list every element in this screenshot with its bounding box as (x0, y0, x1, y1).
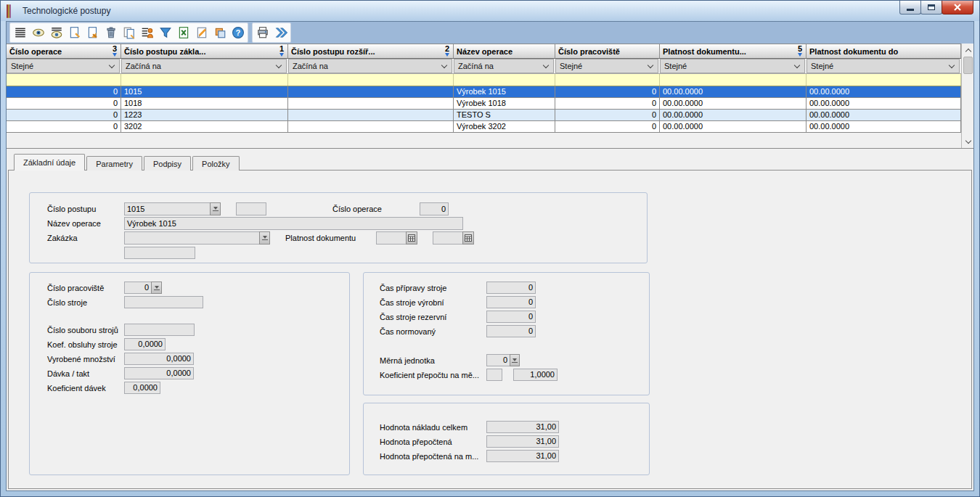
koeficient-prepoctu-field-2[interactable]: 1,0000 (513, 369, 558, 381)
hodnota-prepoctena-field[interactable]: 31,00 (486, 435, 559, 448)
duplicate-button[interactable] (211, 24, 229, 42)
zakazka-lookup-button[interactable] (259, 231, 270, 245)
grid-cell: Výrobek 3202 (454, 121, 555, 132)
filter-select-platnost-dokumentu-do[interactable]: Stejné (807, 59, 961, 73)
grid-row-2[interactable]: 0 1223 TESTO S 0 00.00.0000 00.00.0000 (7, 110, 961, 121)
grid-row-3[interactable]: 0 3202 Výrobek 3202 0 00.00.0000 00.00.0… (7, 121, 961, 133)
column-header-cislo-postupu-rozsireny[interactable]: Číslo postupu rozšíř...2 (288, 44, 454, 58)
scroll-down-button[interactable] (962, 136, 974, 148)
hodnota-nakladu-celkem-field[interactable]: 31,00 (486, 421, 559, 433)
zakazka-field[interactable] (124, 231, 260, 245)
platnost-od-field[interactable] (376, 231, 407, 245)
view-button[interactable] (29, 24, 47, 42)
column-label: Číslo operace (9, 47, 62, 56)
grid-cell (288, 86, 454, 97)
group-times: Čas přípravy stroje 0 Čas stroje výrobní… (363, 272, 650, 395)
koef-obsluhy-stroje-field[interactable]: 0,0000 (124, 338, 166, 350)
notes-button[interactable] (192, 24, 211, 42)
filter-button[interactable] (156, 24, 174, 42)
scroll-track[interactable] (962, 75, 974, 136)
close-button[interactable] (942, 1, 973, 15)
cas-stroje-rezervni-field[interactable]: 0 (486, 311, 536, 323)
cislo-postupu-lookup-button[interactable] (210, 202, 221, 215)
hodnota-prepoctena-na-mj-field[interactable]: 31,00 (486, 450, 559, 462)
scroll-thumb[interactable] (963, 57, 973, 74)
filter-select-cislo-postupu-rozsireny[interactable]: Začíná na (288, 59, 454, 73)
filter-input-platnost-dokumentu-do[interactable] (807, 74, 961, 86)
filter-select-cislo-postupu-zakladni[interactable]: Začíná na (121, 59, 288, 73)
cislo-pracoviste-lookup-button[interactable] (151, 282, 162, 294)
cas-pripravy-stroje-field[interactable]: 0 (486, 282, 536, 294)
grid-cell: Výrobek 1018 (454, 98, 555, 109)
vyrobene-mnozstvi-field[interactable]: 0,0000 (124, 353, 194, 365)
print-button[interactable] (253, 24, 271, 42)
platnost-do-field[interactable] (433, 231, 463, 245)
filter-input-cislo-pracoviste[interactable] (555, 74, 660, 86)
grid-row-1[interactable]: 0 1018 Výrobek 1018 0 00.00.0000 00.00.0… (7, 98, 961, 110)
maximize-button[interactable] (920, 1, 942, 15)
new-record-button[interactable] (65, 24, 83, 42)
minimize-button[interactable] (899, 1, 921, 15)
merna-jednotka-field[interactable]: 0 (486, 354, 510, 366)
zakazka-line2-field[interactable] (124, 247, 195, 259)
filter-input-platnost-dokumentu-od[interactable] (660, 74, 807, 86)
cas-stroje-vyrobni-field[interactable]: 0 (486, 296, 536, 308)
grid-row-0[interactable]: 0 1015 Výrobek 1015 0 00.00.0000 00.00.0… (7, 86, 961, 98)
delete-record-button[interactable] (102, 24, 120, 42)
column-header-cislo-postupu-zakladni[interactable]: Číslo postupu zákla...1 (121, 44, 288, 58)
column-label: Číslo postupu rozšíř... (291, 47, 375, 56)
koeficient-davek-field[interactable]: 0,0000 (124, 382, 160, 394)
merna-jednotka-lookup-button[interactable] (510, 354, 520, 366)
tab-polozky[interactable]: Položky (192, 156, 240, 171)
filter-select-cislo-operace[interactable]: Stejné (7, 59, 121, 73)
cislo-postupu-field[interactable]: 1015 (124, 202, 211, 215)
help-button[interactable]: ? (229, 24, 247, 42)
filter-input-cislo-postupu-zakladni[interactable] (121, 74, 288, 86)
filter-select-platnost-dokumentu-od[interactable]: Stejné (660, 59, 807, 73)
column-header-cislo-pracoviste[interactable]: Číslo pracoviště (555, 44, 660, 58)
koeficient-prepoctu-field-1[interactable] (486, 369, 502, 381)
nazev-operace-field[interactable]: Výrobek 1015 (124, 217, 463, 230)
window-title: Technologické postupy (23, 6, 110, 16)
cislo-pracoviste-field[interactable]: 0 (124, 282, 152, 294)
hodnota-prepoctena-label: Hodnota přepočtená (380, 438, 452, 446)
filter-input-cislo-postupu-rozsireny[interactable] (288, 74, 454, 86)
list-button[interactable] (11, 24, 29, 42)
cas-normovany-field[interactable]: 0 (486, 325, 536, 337)
eye-icon (32, 26, 45, 39)
grid-header-row: Číslo operace3 Číslo postupu zákla...1 Č… (7, 44, 961, 59)
column-header-platnost-dokumentu-do[interactable]: Platnost dokumentu do (807, 44, 961, 58)
sort-indicator: 3 (113, 45, 117, 57)
view-columns-button[interactable] (47, 24, 65, 42)
platnost-do-calendar-button[interactable] (462, 231, 474, 245)
arrow-down-icon (213, 207, 218, 210)
filter-select-nazev-operace[interactable]: Začíná na (454, 59, 555, 73)
cislo-operace-field[interactable]: 0 (420, 202, 449, 215)
sort-down-icon (445, 53, 449, 57)
tab-zakladni-udaje[interactable]: Základní údaje (14, 154, 85, 171)
scroll-up-button[interactable] (962, 44, 974, 56)
continue-button[interactable] (271, 24, 290, 42)
filter-select-cislo-pracoviste[interactable]: Stejné (555, 59, 660, 73)
batch-edit-button[interactable] (138, 24, 156, 42)
copy-record-button[interactable] (120, 24, 138, 42)
davka-takt-field[interactable]: 0,0000 (124, 367, 194, 379)
calendar-icon (465, 234, 472, 242)
list-icon (14, 26, 27, 39)
platnost-od-calendar-button[interactable] (406, 231, 417, 245)
filter-input-nazev-operace[interactable] (454, 74, 555, 86)
tab-podpisy[interactable]: Podpisy (144, 156, 191, 171)
column-header-nazev-operace[interactable]: Název operace (454, 44, 555, 58)
cislo-stroje-field[interactable] (124, 296, 203, 308)
column-header-cislo-operace[interactable]: Číslo operace3 (7, 44, 121, 58)
edit-record-button[interactable] (83, 24, 102, 42)
export-excel-button[interactable] (174, 24, 192, 42)
cislo-souboru-stroju-field[interactable] (124, 324, 195, 336)
filter-input-cislo-operace[interactable] (7, 74, 121, 86)
grid-cell: 0 (555, 86, 660, 97)
cislo-postupu-ext-field[interactable] (236, 202, 266, 215)
arrow-down-icon (513, 358, 517, 361)
grid-cell: 00.00.0000 (660, 86, 807, 97)
tab-parametry[interactable]: Parametry (86, 156, 142, 171)
column-header-platnost-dokumentu-od[interactable]: Platnost dokumentu...5 (660, 44, 807, 58)
